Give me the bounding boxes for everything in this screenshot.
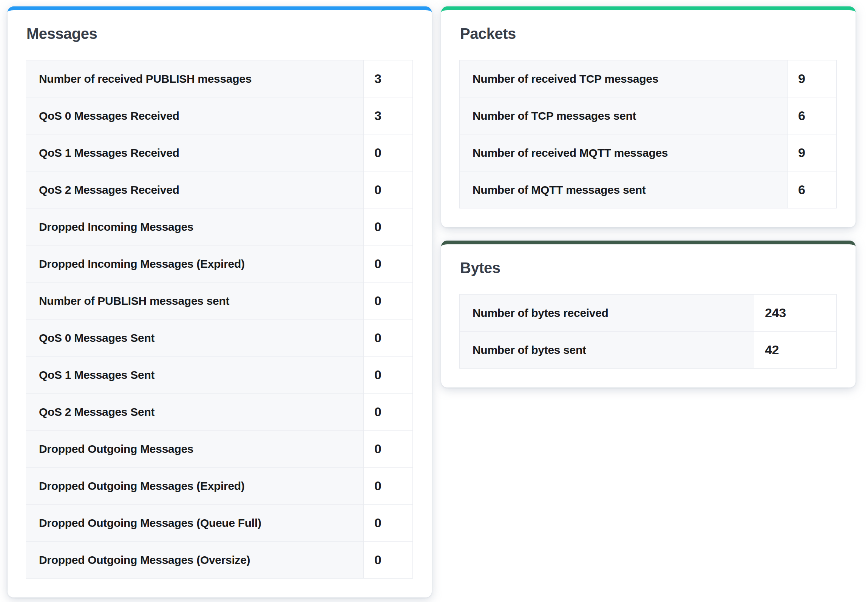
stat-row: QoS 1 Messages Sent0 xyxy=(26,357,413,394)
stat-row: Number of MQTT messages sent6 xyxy=(460,171,837,208)
stat-row: Dropped Incoming Messages (Expired)0 xyxy=(26,245,413,282)
stat-label: Number of TCP messages sent xyxy=(460,97,788,134)
stat-label: Number of MQTT messages sent xyxy=(460,171,788,208)
stat-value: 0 xyxy=(364,134,413,171)
stat-label: Dropped Incoming Messages xyxy=(26,208,364,245)
stat-row: Number of received TCP messages9 xyxy=(460,60,837,97)
stat-row: Number of PUBLISH messages sent0 xyxy=(26,282,413,320)
messages-card-title: Messages xyxy=(26,25,413,43)
stat-label: Number of bytes sent xyxy=(460,332,754,369)
stat-label: QoS 2 Messages Sent xyxy=(26,394,364,431)
stat-row: Dropped Outgoing Messages (Oversize)0 xyxy=(26,542,413,579)
stat-row: Number of received MQTT messages9 xyxy=(460,134,837,171)
bytes-card-title: Bytes xyxy=(460,259,837,277)
stat-value: 0 xyxy=(364,282,413,320)
stat-label: QoS 1 Messages Received xyxy=(26,134,364,171)
right-column: Packets Number of received TCP messages9… xyxy=(441,6,856,387)
stat-value: 3 xyxy=(364,60,413,97)
packets-stats-table: Number of received TCP messages9Number o… xyxy=(459,60,837,208)
stat-value: 243 xyxy=(754,295,837,332)
stat-label: QoS 1 Messages Sent xyxy=(26,357,364,394)
stat-label: QoS 2 Messages Received xyxy=(26,171,364,208)
stat-value: 0 xyxy=(364,431,413,468)
stat-value: 9 xyxy=(788,60,837,97)
stat-row: Number of bytes sent42 xyxy=(460,332,837,369)
stat-value: 6 xyxy=(788,97,837,134)
stats-page: Messages Number of received PUBLISH mess… xyxy=(0,0,868,597)
stat-row: QoS 0 Messages Received3 xyxy=(26,97,413,134)
stat-row: QoS 0 Messages Sent0 xyxy=(26,320,413,357)
stat-label: Number of received PUBLISH messages xyxy=(26,60,364,97)
stat-row: Dropped Outgoing Messages0 xyxy=(26,431,413,468)
stat-value: 9 xyxy=(788,134,837,171)
stat-label: Number of PUBLISH messages sent xyxy=(26,282,364,320)
stat-row: Dropped Outgoing Messages (Queue Full)0 xyxy=(26,505,413,542)
stat-row: QoS 2 Messages Sent0 xyxy=(26,394,413,431)
stat-value: 0 xyxy=(364,245,413,282)
stat-value: 0 xyxy=(364,505,413,542)
stat-row: QoS 2 Messages Received0 xyxy=(26,171,413,208)
stat-label: Dropped Outgoing Messages xyxy=(26,431,364,468)
stat-label: Dropped Incoming Messages (Expired) xyxy=(26,245,364,282)
stat-value: 6 xyxy=(788,171,837,208)
bytes-card: Bytes Number of bytes received243Number … xyxy=(441,241,856,387)
stat-row: QoS 1 Messages Received0 xyxy=(26,134,413,171)
stat-value: 0 xyxy=(364,357,413,394)
stat-label: QoS 0 Messages Sent xyxy=(26,320,364,357)
packets-card-title: Packets xyxy=(460,25,837,43)
stat-row: Number of bytes received243 xyxy=(460,295,837,332)
stat-value: 42 xyxy=(754,332,837,369)
stat-label: Dropped Outgoing Messages (Oversize) xyxy=(26,542,364,579)
stat-label: Number of bytes received xyxy=(460,295,754,332)
stat-value: 0 xyxy=(364,542,413,579)
stat-row: Dropped Outgoing Messages (Expired)0 xyxy=(26,468,413,505)
stat-row: Number of TCP messages sent6 xyxy=(460,97,837,134)
stat-row: Number of received PUBLISH messages3 xyxy=(26,60,413,97)
stat-label: QoS 0 Messages Received xyxy=(26,97,364,134)
stat-value: 0 xyxy=(364,394,413,431)
packets-card: Packets Number of received TCP messages9… xyxy=(441,6,856,227)
messages-card: Messages Number of received PUBLISH mess… xyxy=(8,6,432,597)
stat-value: 0 xyxy=(364,468,413,505)
stat-value: 0 xyxy=(364,171,413,208)
stat-label: Dropped Outgoing Messages (Queue Full) xyxy=(26,505,364,542)
stat-row: Dropped Incoming Messages0 xyxy=(26,208,413,245)
stat-value: 3 xyxy=(364,97,413,134)
bytes-stats-table: Number of bytes received243Number of byt… xyxy=(459,294,837,369)
stat-value: 0 xyxy=(364,208,413,245)
stat-value: 0 xyxy=(364,320,413,357)
messages-stats-table: Number of received PUBLISH messages3QoS … xyxy=(26,60,413,579)
stat-label: Number of received TCP messages xyxy=(460,60,788,97)
stat-label: Number of received MQTT messages xyxy=(460,134,788,171)
stat-label: Dropped Outgoing Messages (Expired) xyxy=(26,468,364,505)
